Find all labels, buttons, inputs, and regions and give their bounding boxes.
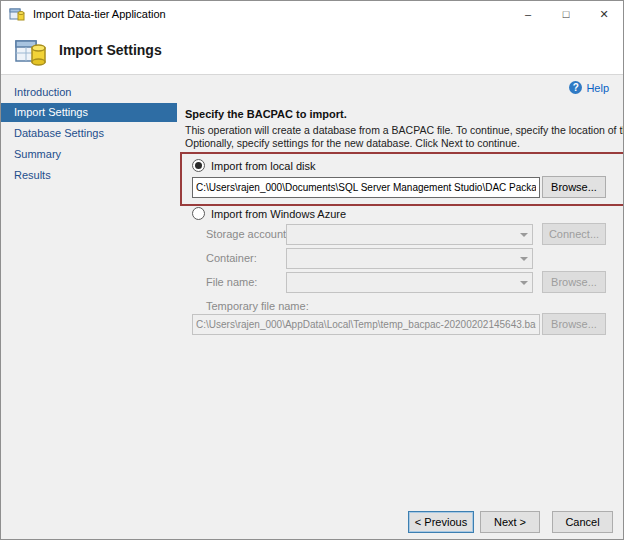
help-icon: ? [569, 81, 582, 94]
app-icon [9, 6, 25, 22]
container-combobox [286, 248, 533, 269]
wizard-header: Import Settings [1, 27, 623, 75]
connect-button: Connect... [542, 223, 606, 245]
storage-account-label: Storage account: [206, 228, 289, 240]
minimize-icon[interactable]: – [509, 1, 547, 27]
nav-item-results[interactable]: Results [1, 166, 177, 185]
radio-import-azure[interactable]: Import from Windows Azure [192, 207, 346, 220]
window-title: Import Data-tier Application [33, 8, 166, 20]
description-line-1: This operation will create a database fr… [185, 124, 624, 136]
dropdown-arrow-icon [520, 233, 528, 237]
page-title: Import Settings [59, 42, 162, 58]
import-data-tier-wizard-window: Import Data-tier Application – □ ✕ Impor… [0, 0, 624, 540]
dropdown-arrow-icon [520, 257, 528, 261]
nav-item-introduction[interactable]: Introduction [1, 83, 177, 102]
browse-azure-button: Browse... [542, 271, 606, 293]
file-name-label: File name: [206, 276, 257, 288]
import-settings-icon [14, 35, 48, 67]
bacpac-path-input[interactable] [192, 177, 540, 198]
help-link[interactable]: ? Help [569, 81, 609, 94]
wizard-nav-sidebar: Introduction Import Settings Database Se… [1, 75, 177, 539]
nav-item-summary[interactable]: Summary [1, 145, 177, 164]
maximize-icon[interactable]: □ [547, 1, 585, 27]
help-label: Help [586, 82, 609, 94]
previous-button[interactable]: < Previous [408, 511, 474, 533]
radio-import-local-disk[interactable]: Import from local disk [192, 159, 316, 172]
browse-temp-button: Browse... [542, 313, 606, 335]
dropdown-arrow-icon [520, 281, 528, 285]
section-heading: Specify the BACPAC to import. [185, 108, 347, 120]
close-icon[interactable]: ✕ [585, 1, 623, 27]
storage-account-combobox [286, 224, 533, 245]
cancel-button[interactable]: Cancel [552, 511, 613, 533]
temporary-file-name-label: Temporary file name: [206, 300, 309, 312]
radio-unselected-icon [192, 207, 205, 220]
radio-azure-label: Import from Windows Azure [211, 208, 346, 220]
radio-local-disk-label: Import from local disk [211, 160, 316, 172]
radio-selected-icon [192, 159, 205, 172]
container-label: Container: [206, 252, 257, 264]
file-name-combobox [286, 272, 533, 293]
temporary-file-path-input [192, 314, 540, 335]
next-button[interactable]: Next > [480, 511, 540, 533]
browse-local-button[interactable]: Browse... [542, 176, 606, 198]
nav-item-import-settings[interactable]: Import Settings [1, 103, 177, 122]
description-line-2: Optionally, specify settings for the new… [185, 137, 520, 149]
title-bar: Import Data-tier Application – □ ✕ [1, 1, 623, 27]
nav-item-database-settings[interactable]: Database Settings [1, 124, 177, 143]
